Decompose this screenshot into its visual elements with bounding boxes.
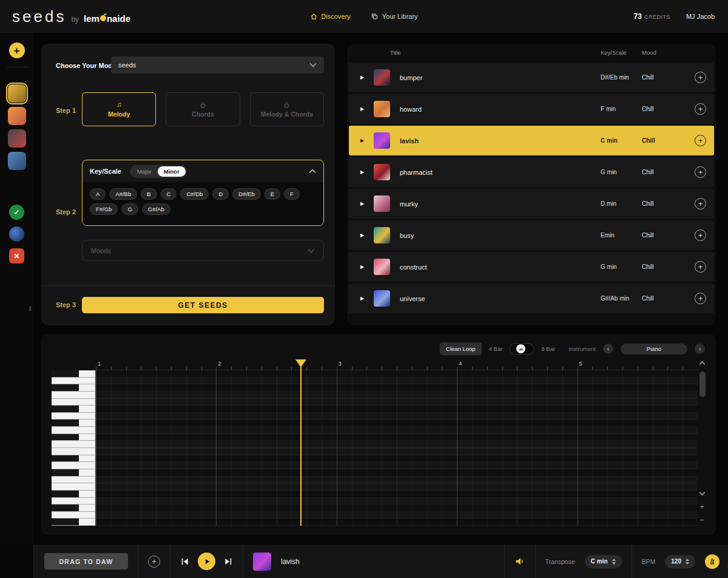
white-key[interactable] (52, 427, 95, 434)
play-button[interactable] (198, 552, 215, 570)
white-key[interactable] (52, 462, 95, 469)
grid-row[interactable] (96, 413, 698, 420)
black-key[interactable] (52, 406, 95, 413)
zoom-out-button[interactable]: − (698, 516, 706, 524)
grid-row[interactable] (96, 399, 698, 406)
track-row-construct[interactable]: ▶constructG minChill+ (349, 252, 714, 282)
bpm-stepper[interactable]: 120 (665, 555, 695, 568)
seed-red-icon[interactable] (8, 129, 26, 148)
instrument-prev-button[interactable]: ‹ (603, 344, 613, 354)
note-fgb[interactable]: F#/Gb (90, 203, 118, 215)
chevron-up-icon[interactable] (309, 169, 316, 174)
add-track-icon[interactable]: + (695, 229, 706, 241)
drag-to-daw-button[interactable]: DRAG TO DAW (44, 553, 128, 570)
black-key[interactable] (52, 370, 95, 378)
skip-back-icon[interactable] (180, 557, 189, 566)
play-icon[interactable]: ▶ (360, 138, 368, 143)
grid-row[interactable] (96, 434, 698, 441)
play-icon[interactable]: ▶ (360, 233, 368, 238)
status-info-icon[interactable] (9, 226, 24, 242)
note-f[interactable]: F (284, 188, 300, 200)
scrollbar-thumb[interactable] (699, 372, 706, 397)
track-row-busy[interactable]: ▶busyEminChill+ (349, 220, 714, 250)
model-select[interactable]: seeds (111, 56, 324, 73)
transpose-select[interactable]: C min (585, 555, 622, 568)
instrument-select[interactable]: Piano (621, 344, 687, 355)
black-key[interactable] (52, 455, 95, 463)
white-key[interactable] (52, 477, 95, 484)
play-icon[interactable]: ▶ (360, 264, 368, 270)
black-key[interactable] (52, 518, 95, 526)
grid-row[interactable] (96, 427, 698, 434)
loop-length-toggle[interactable]: ∞ (510, 343, 534, 355)
note-gab[interactable]: G#/Ab (142, 203, 170, 215)
four-bar-label[interactable]: 4 Bar (489, 345, 503, 352)
track-row-universe[interactable]: ▶universeG#/Ab minChill+ (349, 284, 714, 313)
minor-option[interactable]: Minor (158, 166, 186, 177)
play-icon[interactable]: ▶ (360, 169, 368, 175)
grid-row[interactable] (96, 455, 698, 463)
status-success-icon[interactable]: ✓ (9, 205, 24, 220)
black-key[interactable] (52, 491, 95, 498)
eight-bar-label[interactable]: 8 Bar (541, 345, 555, 352)
note-a[interactable]: A (90, 188, 106, 200)
mode-melody[interactable]: ♫Melody (82, 92, 156, 126)
white-key[interactable] (52, 498, 95, 505)
add-button[interactable]: + (148, 556, 160, 568)
grid-row[interactable] (96, 392, 698, 399)
play-icon[interactable]: ▶ (360, 201, 368, 206)
nav-your-library[interactable]: Your Library (371, 13, 418, 20)
white-key[interactable] (52, 392, 95, 399)
ruler[interactable]: 12345 (96, 359, 698, 370)
white-key[interactable] (52, 413, 95, 420)
major-option[interactable]: Major (131, 166, 158, 177)
user-menu[interactable]: MJ Jacob (686, 13, 715, 20)
new-seed-button[interactable]: + (9, 42, 25, 58)
black-key[interactable] (52, 505, 95, 512)
grid-row[interactable] (96, 491, 698, 498)
grid-row[interactable] (96, 384, 698, 392)
grid-row[interactable] (96, 505, 698, 512)
get-seeds-button[interactable]: GET SEEDS (82, 297, 324, 313)
play-icon[interactable]: ▶ (360, 296, 368, 301)
seed-avatar-icon[interactable] (8, 84, 26, 103)
grid-row[interactable] (96, 512, 698, 519)
note-d[interactable]: D (212, 188, 229, 200)
grid-row[interactable] (96, 462, 698, 469)
add-track-icon[interactable]: + (695, 135, 706, 146)
grid-row[interactable] (96, 469, 698, 477)
volume-icon[interactable] (514, 557, 525, 566)
track-row-lavish[interactable]: ▶lavishC minChill+ (349, 126, 714, 155)
track-row-bumper[interactable]: ▶bumperD#/Eb minChill+ (349, 63, 714, 92)
add-track-icon[interactable]: + (695, 293, 706, 304)
nav-discovery[interactable]: Discovery (310, 13, 350, 20)
add-track-icon[interactable]: + (695, 198, 706, 209)
black-key[interactable] (52, 469, 95, 477)
clean-loop-button[interactable]: Clean Loop (440, 342, 482, 355)
skip-forward-icon[interactable] (224, 557, 233, 566)
note-cdb[interactable]: C#/Db (180, 188, 209, 200)
grid-row[interactable] (96, 498, 698, 505)
add-track-icon[interactable]: + (695, 166, 706, 178)
black-key[interactable] (52, 434, 95, 441)
add-track-icon[interactable]: + (695, 103, 706, 115)
note-abb[interactable]: A#/Bb (109, 188, 137, 200)
scroll-up-button[interactable] (698, 362, 706, 366)
grid-row[interactable] (96, 370, 698, 378)
grid-row[interactable] (96, 406, 698, 413)
seed-orange-icon[interactable] (8, 107, 26, 125)
mode-chords[interactable]: Chords (166, 92, 240, 126)
add-track-icon[interactable]: + (695, 261, 706, 273)
black-key[interactable] (52, 384, 95, 392)
instrument-next-button[interactable]: › (695, 344, 705, 354)
black-key[interactable] (52, 420, 95, 427)
note-c[interactable]: C (161, 188, 177, 200)
white-key[interactable] (52, 512, 95, 519)
zoom-in-button[interactable]: + (698, 503, 706, 511)
status-error-icon[interactable]: ✕ (9, 248, 24, 264)
add-track-icon[interactable]: + (695, 72, 706, 83)
play-icon[interactable]: ▶ (360, 75, 368, 80)
white-key[interactable] (52, 483, 95, 491)
grid-row[interactable] (96, 420, 698, 427)
grid-row[interactable] (96, 448, 698, 455)
